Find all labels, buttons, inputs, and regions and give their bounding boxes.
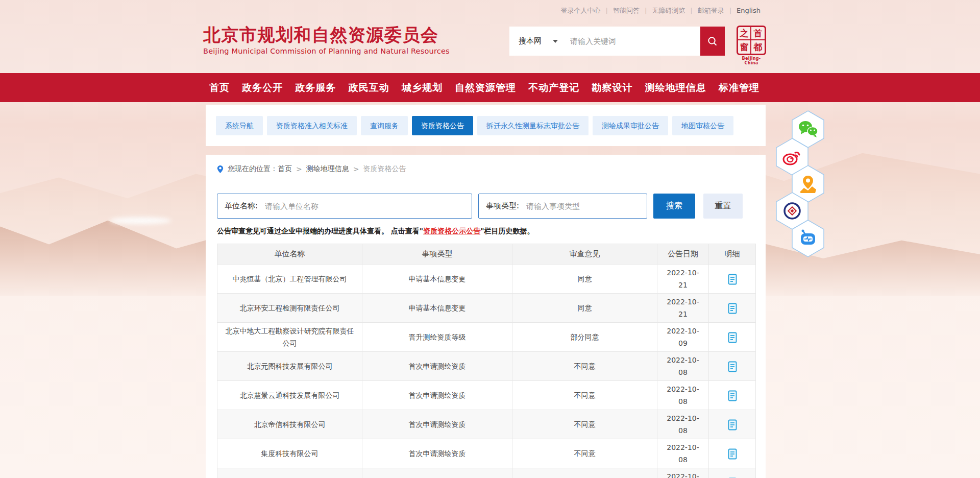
announcement-table: 单位名称事项类型审查意见公告日期明细 中兆恒基（北京）工程管理有限公司申请基本信… xyxy=(217,244,756,478)
topbar-link[interactable]: English xyxy=(737,7,761,14)
item-type-label: 事项类型: xyxy=(479,201,519,211)
main-nav-items: 首页政务公开政务服务政民互动城乡规划自然资源管理不动产登记勘察设计测绘地理信息标… xyxy=(209,73,760,102)
topbar-separator: | xyxy=(605,7,607,14)
cell-date: 2022-10-08 xyxy=(657,381,709,410)
table-row: 中兆恒基（北京）工程管理有限公司申请基本信息变更同意2022-10-21 xyxy=(217,265,756,294)
nav-item[interactable]: 不动产登记 xyxy=(528,81,579,94)
nav-item[interactable]: 测绘地理信息 xyxy=(645,81,706,94)
tab[interactable]: 测绘成果审批公告 xyxy=(593,116,668,135)
badge-caption: Beijing-China xyxy=(737,56,766,65)
table-header-row: 单位名称事项类型审查意见公告日期明细 xyxy=(217,244,756,265)
search-scope-select[interactable]: 搜本网 xyxy=(509,36,542,46)
breadcrumb: 您现在的位置： 首页>测绘地理信息>资质资格公告 xyxy=(217,164,406,174)
filter-reset-button[interactable]: 重置 xyxy=(703,194,743,219)
breadcrumb-item[interactable]: 首页 xyxy=(278,164,292,174)
site-title-block: 北京市规划和自然资源委员会 Beijing Municipal Commissi… xyxy=(203,25,450,55)
item-type-input[interactable] xyxy=(519,194,647,218)
column-header: 公告日期 xyxy=(657,244,709,265)
tab[interactable]: 地图审核公告 xyxy=(672,116,733,135)
search-button[interactable] xyxy=(700,27,725,56)
topbar-link[interactable]: 智能问答 xyxy=(613,7,640,14)
table-row: 北京环安工程检测有限责任公司申请基本信息变更同意2022-10-21 xyxy=(217,294,756,323)
table-row: 集度科技有限公司首次申请测绘资质不同意2022-10-08 xyxy=(217,439,756,468)
cell-date: 2022-10-08 xyxy=(657,410,709,439)
cell-date: 2022-10-21 xyxy=(657,294,709,323)
item-type-field: 事项类型: xyxy=(478,194,647,219)
detail-link[interactable] xyxy=(727,361,738,372)
cell-type: 首次申请测绘资质 xyxy=(362,468,512,478)
cell-opinion: 同意 xyxy=(512,294,657,323)
tab[interactable]: 查询服务 xyxy=(361,116,408,135)
cell-detail xyxy=(709,294,756,323)
section-tabs: 系统导航资质资格准入相关标准查询服务资质资格公告拆迁永久性测量标志审批公告测绘成… xyxy=(206,105,766,146)
detail-icon xyxy=(727,448,738,460)
topbar-link[interactable]: 登录个人中心 xyxy=(560,7,600,14)
badge-char: 之 xyxy=(738,27,751,40)
topbar-separator: | xyxy=(645,7,647,14)
detail-link[interactable] xyxy=(727,448,738,460)
nav-item[interactable]: 城乡规划 xyxy=(402,81,443,94)
detail-link[interactable] xyxy=(727,274,738,285)
cell-detail xyxy=(709,352,756,381)
location-pin-icon xyxy=(217,165,224,174)
breadcrumb-item[interactable]: 测绘地理信息 xyxy=(306,164,349,174)
cell-opinion: 不同意 xyxy=(512,468,657,478)
topbar-link[interactable]: 邮箱登录 xyxy=(698,7,724,14)
tab[interactable]: 资质资格准入相关标准 xyxy=(267,116,357,135)
cell-detail xyxy=(709,323,756,352)
detail-link[interactable] xyxy=(727,332,738,343)
nav-item[interactable]: 勘察设计 xyxy=(592,81,633,94)
nav-item[interactable]: 自然资源管理 xyxy=(455,81,516,94)
column-header: 单位名称 xyxy=(217,244,362,265)
cell-detail xyxy=(709,265,756,294)
detail-link[interactable] xyxy=(727,419,738,431)
site-subtitle: Beijing Municipal Commission of Planning… xyxy=(203,47,450,55)
breadcrumb-separator: > xyxy=(296,165,302,173)
cell-detail xyxy=(709,439,756,468)
cell-detail xyxy=(709,410,756,439)
tab[interactable]: 系统导航 xyxy=(216,116,263,135)
company-name-input[interactable] xyxy=(258,194,472,218)
notice-before: 公告审查意见可通过企业申报端的办理进度具体查看。 点击查看" xyxy=(217,227,423,235)
detail-icon xyxy=(727,274,738,285)
tab[interactable]: 拆迁永久性测量标志审批公告 xyxy=(477,116,589,135)
topbar-separator: | xyxy=(729,7,731,14)
topbar-links: 登录个人中心|智能问答|无障碍浏览|邮箱登录|English xyxy=(555,6,766,15)
nav-item[interactable]: 政务公开 xyxy=(242,81,283,94)
topbar-link[interactable]: 无障碍浏览 xyxy=(652,7,685,14)
header-search-box: 搜本网 xyxy=(509,27,700,56)
company-name-label: 单位名称: xyxy=(217,201,258,211)
registration-emblem-icon xyxy=(781,201,803,221)
cell-company: 集度科技有限公司 xyxy=(217,439,362,468)
column-header: 明细 xyxy=(709,244,756,265)
cell-opinion: 不同意 xyxy=(512,381,657,410)
cell-detail xyxy=(709,381,756,410)
sidebar-robot[interactable] xyxy=(791,220,825,257)
table-row: 首聘（北京）科技有限公司首次申请测绘资质不同意2022-10-08 xyxy=(217,468,756,478)
topbar-separator: | xyxy=(690,7,692,14)
cell-company: 北京中地大工程勘察设计研究院有限责任公司 xyxy=(217,323,362,352)
cell-opinion: 不同意 xyxy=(512,352,657,381)
detail-link[interactable] xyxy=(727,390,738,401)
badge-char: 窗 xyxy=(738,40,751,54)
nav-item[interactable]: 标准管理 xyxy=(719,81,760,94)
cell-opinion: 不同意 xyxy=(512,439,657,468)
nav-item[interactable]: 政民互动 xyxy=(349,81,389,94)
tab-active[interactable]: 资质资格公告 xyxy=(412,116,473,135)
cell-type: 晋升测绘资质等级 xyxy=(362,323,512,352)
search-input[interactable] xyxy=(558,27,700,56)
cell-opinion: 不同意 xyxy=(512,410,657,439)
notice-link[interactable]: 资质资格公示公告 xyxy=(423,227,480,235)
cell-detail xyxy=(709,468,756,478)
cell-company: 北京慧景云通科技发展有限公司 xyxy=(217,381,362,410)
nav-item[interactable]: 政务服务 xyxy=(295,81,336,94)
detail-link[interactable] xyxy=(727,303,738,314)
background-snow-patch xyxy=(110,217,171,224)
nav-item[interactable]: 首页 xyxy=(209,81,230,94)
beijing-china-badge[interactable]: 之 首 窗 都 Beijing-China xyxy=(737,26,766,65)
cell-opinion: 同意 xyxy=(512,265,657,294)
detail-icon xyxy=(727,361,738,372)
chevron-down-icon[interactable] xyxy=(553,40,558,43)
main-nav: 首页政务公开政务服务政民互动城乡规划自然资源管理不动产登记勘察设计测绘地理信息标… xyxy=(0,73,980,102)
filter-search-button[interactable]: 搜索 xyxy=(653,194,695,219)
